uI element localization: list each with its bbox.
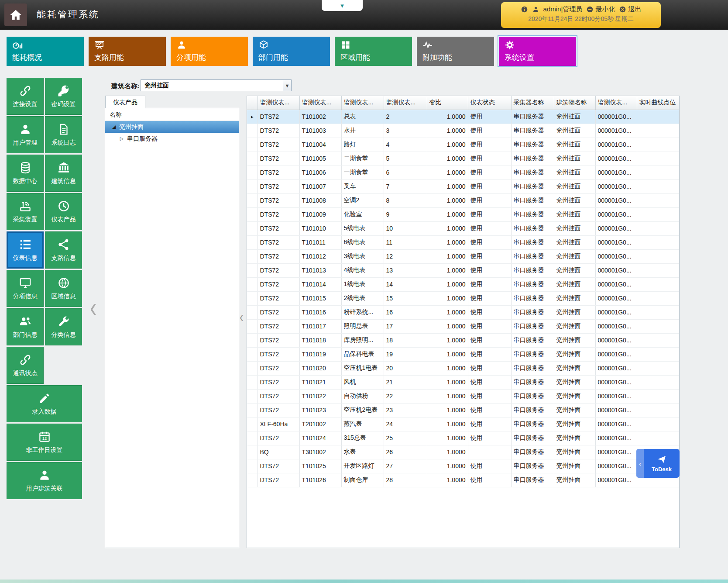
cell: 串口服务器 <box>511 124 554 138</box>
table-row[interactable]: BQT301002水表261.0000串口服务器兖州挂面000001G0... <box>247 445 679 459</box>
cell: 2 <box>384 110 427 124</box>
table-row[interactable]: DTS72T101006一期食堂61.0000使用串口服务器兖州挂面000001… <box>247 166 679 179</box>
cell: 000001G0... <box>595 459 637 473</box>
sidebar-item-non-workday-settings[interactable]: 非工作日设置 <box>7 424 82 461</box>
cell <box>468 445 511 459</box>
sidebar-item-user-building-relation[interactable]: 用户建筑关联 <box>7 462 82 499</box>
cell: 1.0000 <box>427 193 468 207</box>
tab-system-settings[interactable]: 系统设置 <box>499 37 576 66</box>
column-header[interactable]: 变比 <box>427 96 468 110</box>
todesk-box[interactable]: ToDesk <box>644 449 680 478</box>
table-row[interactable]: DTS72T1010116线电表111.0000使用串口服务器兖州挂面00000… <box>247 235 679 249</box>
column-header[interactable]: 仪表状态 <box>468 96 511 110</box>
table-row[interactable]: DTS72T101018库房照明...181.0000使用串口服务器兖州挂面00… <box>247 333 679 347</box>
tab-area-energy[interactable]: 区域用能 <box>335 37 412 66</box>
sidebar-item-meter-info[interactable]: 仪表信息 <box>7 231 44 269</box>
sidebar-item-comm-status[interactable]: 通讯状态 <box>7 347 44 384</box>
table-row[interactable]: DTS72T101008空调281.0000使用串口服务器兖州挂面000001G… <box>247 193 679 207</box>
table-row[interactable]: DTS72T101025开发区路灯271.0000使用串口服务器兖州挂面0000… <box>247 459 679 473</box>
table-row[interactable]: DTS72T101016粉碎系统...161.0000使用串口服务器兖州挂面00… <box>247 305 679 319</box>
tab-extra-functions[interactable]: 附加功能 <box>417 37 494 66</box>
cell: 使用 <box>468 403 511 417</box>
tab-branch-energy[interactable]: 支路用能 <box>89 37 166 66</box>
tab-subitem-energy[interactable]: 分项用能 <box>171 37 248 66</box>
cell: 水井 <box>341 124 384 138</box>
collapse-top-button[interactable]: ▾ <box>322 0 363 11</box>
tab-meter-product[interactable]: 仪表产品 <box>105 96 145 108</box>
table-row[interactable]: DTS72T101023空压机2电表231.0000使用串口服务器兖州挂面000… <box>247 403 679 417</box>
building-select[interactable]: 兖州挂面 ▾ <box>141 79 292 91</box>
cell: T101026 <box>299 473 341 487</box>
sidebar-item-user-management[interactable]: 用户管理 <box>7 116 44 153</box>
table-row[interactable]: ▸DTS72T101002总表21.0000使用串口服务器兖州挂面000001G… <box>247 110 679 124</box>
sidebar-item-category-info[interactable]: 分类信息 <box>45 308 82 345</box>
sidebar-item-branch-info[interactable]: 支路信息 <box>45 231 82 269</box>
table-row[interactable]: DTS72T101009化验室91.0000使用串口服务器兖州挂面000001G… <box>247 207 679 221</box>
sidebar-item-password-settings[interactable]: 密码设置 <box>45 78 82 115</box>
sidebar-item-department-info[interactable]: 部门信息 <box>7 308 44 345</box>
cell: 水表 <box>341 445 384 459</box>
info-icon[interactable] <box>521 6 528 13</box>
tree-node-root[interactable]: ◢ 兖州挂面 <box>105 121 239 133</box>
sidebar-item-system-log[interactable]: 系统日志 <box>45 116 82 153</box>
table-row[interactable]: DTS72T101004路灯41.0000使用串口服务器兖州挂面000001G0… <box>247 138 679 152</box>
table-row[interactable]: DTS72T101003水井31.0000使用串口服务器兖州挂面000001G0… <box>247 124 679 138</box>
table-row[interactable]: DTS72T101005二期食堂51.0000使用串口服务器兖州挂面000001… <box>247 152 679 166</box>
cell: 1.0000 <box>427 347 468 361</box>
sidebar-item-area-info[interactable]: 区域信息 <box>45 270 82 307</box>
tab-label: 部门用能 <box>258 52 326 62</box>
tree-expanded-icon[interactable]: ◢ <box>110 124 117 130</box>
cell: T101013 <box>299 263 341 277</box>
column-header[interactable]: 监测仪表... <box>258 96 299 110</box>
column-header[interactable]: 采集器名称 <box>511 96 554 110</box>
table-row[interactable]: DTS72T1010134线电表131.0000使用串口服务器兖州挂面00000… <box>247 263 679 277</box>
table-row[interactable]: DTS72T101019品保科电表191.0000使用串口服务器兖州挂面0000… <box>247 347 679 361</box>
column-header[interactable]: 监测仪表... <box>595 96 637 110</box>
tree-collapsed-icon[interactable]: ▷ <box>118 136 125 141</box>
tab-department-energy[interactable]: 部门用能 <box>253 37 330 66</box>
todesk-widget[interactable]: ‹ ToDesk <box>636 449 680 478</box>
cell: 兖州挂面 <box>554 221 595 235</box>
cell: T201002 <box>299 417 341 431</box>
select-chevron-icon[interactable]: ▾ <box>283 80 291 91</box>
cube-icon <box>258 40 269 50</box>
table-row[interactable]: DTS72T101007叉车71.0000使用串口服务器兖州挂面000001G0… <box>247 179 679 193</box>
table-row[interactable]: DTS72T101020空压机1电表201.0000使用串口服务器兖州挂面000… <box>247 361 679 375</box>
exit-button[interactable]: 退出 <box>619 5 641 14</box>
row-marker-cell <box>247 152 258 166</box>
home-button[interactable] <box>4 3 27 26</box>
sidebar-item-meter-product[interactable]: 仪表产品 <box>45 193 82 230</box>
panel-collapse-arrow[interactable]: ‹ <box>240 309 244 324</box>
table-row[interactable]: DTS72T1010152线电表151.0000使用串口服务器兖州挂面00000… <box>247 291 679 305</box>
column-header[interactable]: 监测仪表... <box>299 96 341 110</box>
table-row[interactable]: DTS72T101026制面仓库281.0000使用串口服务器兖州挂面00000… <box>247 473 679 487</box>
table-row[interactable]: DTS72T1010123线电表121.0000使用串口服务器兖州挂面00000… <box>247 249 679 263</box>
table-row[interactable]: DTS72T101021风机211.0000使用串口服务器兖州挂面000001G… <box>247 375 679 389</box>
table-row[interactable]: DTS72T101022自动供粉221.0000使用串口服务器兖州挂面00000… <box>247 389 679 403</box>
row-marker-cell <box>247 417 258 431</box>
table-row[interactable]: DTS72T1010141线电表141.0000使用串口服务器兖州挂面00000… <box>247 277 679 291</box>
sidebar-item-data-entry[interactable]: 录入数据 <box>7 385 82 422</box>
cell: 000001G0... <box>595 110 637 124</box>
column-header[interactable]: 建筑物名称 <box>554 96 595 110</box>
todesk-collapse-icon[interactable]: ‹ <box>636 449 644 478</box>
sidebar-collapse-arrow[interactable]: ‹ <box>90 293 96 321</box>
sidebar-item-connection-settings[interactable]: 连接设置 <box>7 78 44 115</box>
sidebar-item-collector-device[interactable]: 采集装置 <box>7 193 44 230</box>
sidebar-item-building-info[interactable]: 建筑信息 <box>45 155 82 192</box>
table-row[interactable]: XLF-60HaT201002蒸汽表241.0000使用串口服务器兖州挂面000… <box>247 417 679 431</box>
minimize-button[interactable]: 最小化 <box>586 5 615 14</box>
cell: 串口服务器 <box>511 263 554 277</box>
cell: 25 <box>384 431 427 445</box>
tab-energy-overview[interactable]: 能耗概况 <box>7 37 84 66</box>
sidebar-item-subitem-info[interactable]: 分项信息 <box>7 270 44 307</box>
table-row[interactable]: DTS72T101017照明总表171.0000使用串口服务器兖州挂面00000… <box>247 319 679 333</box>
table-row[interactable]: DTS72T1010105线电表101.0000使用串口服务器兖州挂面00000… <box>247 221 679 235</box>
table-row[interactable]: DTS72T101024315总表251.0000使用串口服务器兖州挂面0000… <box>247 431 679 445</box>
tree-node-child[interactable]: ▷ 串口服务器 <box>105 133 239 145</box>
column-header[interactable]: 监测仪表... <box>384 96 427 110</box>
column-header[interactable]: 实时曲线点位 <box>637 96 679 110</box>
cell: 兖州挂面 <box>554 193 595 207</box>
column-header[interactable]: 监测仪表... <box>341 96 384 110</box>
sidebar-item-data-center[interactable]: 数据中心 <box>7 155 44 192</box>
